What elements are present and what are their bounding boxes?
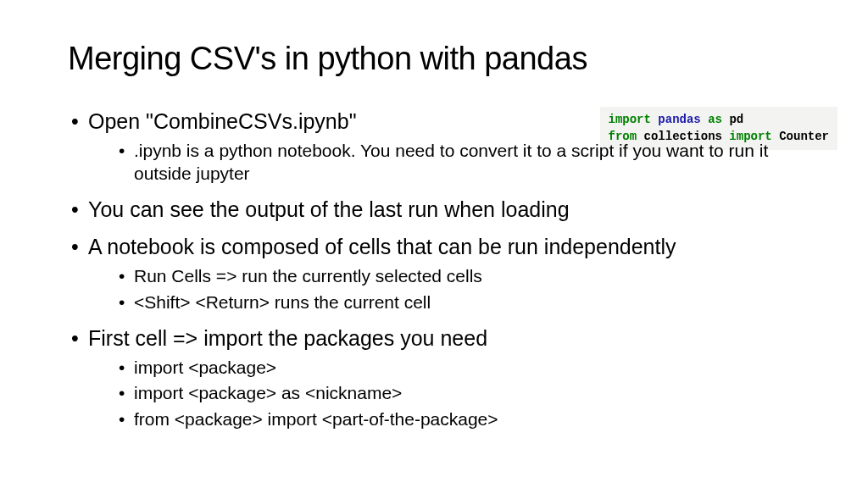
sub-bullet: Run Cells => run the currently selected … [117, 265, 817, 288]
sub-bullet: import <package> [117, 357, 817, 380]
sub-list-3: import <package> import <package> as <ni… [88, 357, 817, 432]
bullet-text: Open "CombineCSVs.ipynb" [88, 109, 357, 133]
slide-container: Merging CSV's in python with pandas impo… [0, 0, 868, 467]
bullet-open-file: Open "CombineCSVs.ipynb" .ipynb is a pyt… [68, 108, 817, 186]
sub-list-1: .ipynb is a python notebook. You need to… [88, 140, 817, 186]
bullet-text: A notebook is composed of cells that can… [88, 235, 676, 258]
slide-title: Merging CSV's in python with pandas [68, 41, 817, 77]
bullet-first-cell: First cell => import the packages you ne… [68, 324, 817, 432]
bullet-text: First cell => import the packages you ne… [88, 326, 487, 350]
sub-bullet: from <package> import <part-of-the-packa… [117, 408, 817, 431]
sub-bullet: <Shift> <Return> runs the current cell [117, 291, 817, 314]
bullet-output: You can see the output of the last run w… [68, 196, 817, 223]
bullet-notebook-cells: A notebook is composed of cells that can… [68, 233, 817, 314]
bullet-list: Open "CombineCSVs.ipynb" .ipynb is a pyt… [68, 108, 817, 431]
sub-list-2: Run Cells => run the currently selected … [88, 265, 817, 314]
sub-bullet: .ipynb is a python notebook. You need to… [117, 140, 817, 186]
sub-bullet: import <package> as <nickname> [117, 382, 817, 405]
